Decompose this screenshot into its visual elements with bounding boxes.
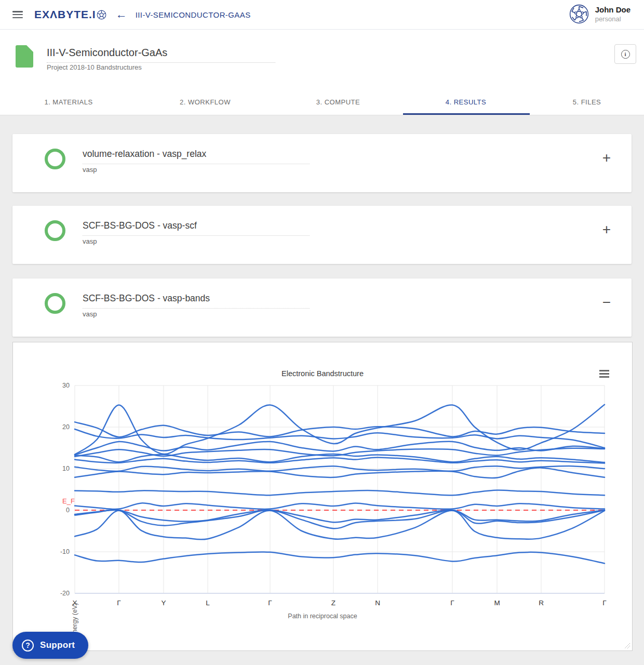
avatar-fullerene-icon xyxy=(569,4,589,24)
project-header: III-V-Semiconductor-GaAs Project 2018-10… xyxy=(0,30,644,88)
bandstructure-plot: 3020100-10-20XΓYLΓZNΓMRΓ xyxy=(13,342,632,626)
tab-files[interactable]: 5. FILES xyxy=(573,88,601,115)
project-title: III-V-Semiconductor-GaAs xyxy=(47,47,275,63)
question-icon: ? xyxy=(22,640,34,651)
band-series xyxy=(75,405,605,564)
chart-title: Electronic Bandstructure xyxy=(13,369,632,378)
brand-logo[interactable]: EXΛBYTE.I xyxy=(34,8,106,21)
collapse-minus-icon[interactable]: − xyxy=(602,295,611,310)
x-axis-title: Path in reciprocal space xyxy=(13,613,632,620)
user-meta: John Doe personal xyxy=(595,5,630,23)
fullerene-logo-icon xyxy=(97,10,106,20)
band-13 xyxy=(75,422,605,437)
y-tick-label: 20 xyxy=(62,423,70,431)
band-05 xyxy=(75,503,605,509)
band-06 xyxy=(75,490,605,496)
chart-context-menu-icon[interactable] xyxy=(599,370,609,378)
info-icon: i xyxy=(621,50,630,59)
x-tick-label: Γ xyxy=(268,599,272,607)
status-ring-icon xyxy=(45,220,65,241)
y-tick-label: -10 xyxy=(60,548,70,555)
unit-subtitle: vasp xyxy=(83,237,97,245)
tab-materials[interactable]: 1. MATERIALS xyxy=(44,88,92,115)
support-label: Support xyxy=(40,640,75,650)
x-tick-label: Γ xyxy=(117,599,121,607)
x-tick-label: L xyxy=(206,599,210,607)
tab-workflow[interactable]: 2. WORKFLOW xyxy=(180,88,231,115)
expand-plus-icon[interactable]: + xyxy=(602,151,611,165)
x-tick-label: Z xyxy=(331,599,336,607)
x-tick-label: Γ xyxy=(450,599,454,607)
page: EXΛBYTE.I ← III-V-SEMICONDUCTOR-GAAS xyxy=(0,0,644,665)
band-14 xyxy=(75,405,605,455)
user-role: personal xyxy=(595,15,630,23)
band-11 xyxy=(75,442,605,455)
unit-panel-vasp-relax: volume-relaxation - vasp_relax vasp + xyxy=(12,134,632,192)
x-tick-label: N xyxy=(375,599,380,607)
band-07 xyxy=(75,468,605,478)
band-04 xyxy=(75,510,605,523)
user-menu[interactable]: John Doe personal xyxy=(569,4,630,24)
y-tick-label: 30 xyxy=(62,382,70,389)
tab-results[interactable]: 4. RESULTS xyxy=(446,88,486,115)
bandstructure-chart-card: Electronic Bandstructure 3020100-10-20XΓ… xyxy=(12,342,633,651)
app-header: EXΛBYTE.I ← III-V-SEMICONDUCTOR-GAAS xyxy=(0,0,644,30)
gridlines xyxy=(75,385,605,593)
fermi-level-label: E_F xyxy=(62,497,75,505)
project-file-icon xyxy=(16,45,33,68)
support-button[interactable]: ? Support xyxy=(12,632,88,659)
tab-compute[interactable]: 3. COMPUTE xyxy=(316,88,360,115)
menu-icon[interactable] xyxy=(12,11,23,18)
x-tick-label: M xyxy=(494,599,500,607)
unit-title: SCF-BS-BG-DOS - vasp-bands xyxy=(83,293,310,309)
status-ring-icon xyxy=(45,149,65,169)
active-tab-indicator xyxy=(403,113,530,115)
unit-subtitle: vasp xyxy=(83,310,97,318)
unit-panel-vasp-bands: SCF-BS-BG-DOS - vasp-bands vasp − xyxy=(12,278,632,337)
resize-grip-icon[interactable] xyxy=(624,643,630,649)
x-tick-label: Y xyxy=(161,599,166,607)
unit-subtitle: vasp xyxy=(83,166,97,174)
back-arrow-icon[interactable]: ← xyxy=(116,9,127,20)
expand-plus-icon[interactable]: + xyxy=(602,222,611,237)
unit-title: SCF-BS-BG-DOS - vasp-scf xyxy=(83,220,310,236)
brand-text: EXΛBYTE.I xyxy=(34,8,96,21)
y-tick-label: 10 xyxy=(62,465,70,472)
workflow-tabs: 1. MATERIALS 2. WORKFLOW 3. COMPUTE 4. R… xyxy=(0,88,644,115)
x-tick-label: R xyxy=(539,599,544,607)
unit-panel-vasp-scf: SCF-BS-BG-DOS - vasp-scf vasp + xyxy=(12,206,632,264)
y-tick-label: 0 xyxy=(66,507,70,514)
unit-title: volume-relaxation - vasp_relax xyxy=(83,149,310,164)
user-name: John Doe xyxy=(595,5,630,14)
x-tick-label: Γ xyxy=(602,599,607,607)
band-12 xyxy=(75,429,605,448)
status-ring-icon xyxy=(45,293,65,314)
project-subtitle: Project 2018-10 Bandstructures xyxy=(47,63,142,71)
info-button[interactable]: i xyxy=(614,44,636,64)
breadcrumb-title: III-V-SEMICONDUCTOR-GAAS xyxy=(136,10,251,19)
y-tick-label: -20 xyxy=(60,590,70,597)
band-01 xyxy=(75,552,605,563)
